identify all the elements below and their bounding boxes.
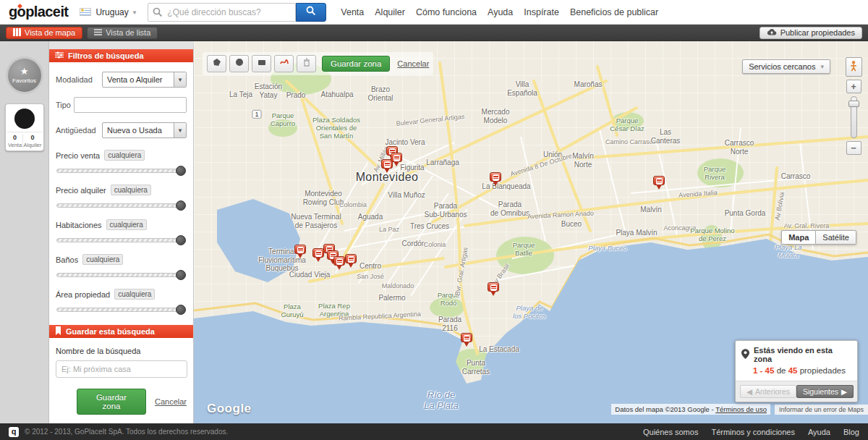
filter-value-chip: cualquiera bbox=[114, 289, 155, 300]
search-icon bbox=[306, 6, 316, 18]
building-icon bbox=[490, 172, 501, 182]
filter-slider-knob[interactable] bbox=[176, 235, 186, 245]
report-map-error-link[interactable]: Informar de un error de Maps bbox=[775, 405, 868, 415]
delete-zone-button[interactable] bbox=[297, 55, 316, 72]
property-marker[interactable] bbox=[653, 176, 666, 192]
rectangle-tool-button[interactable] bbox=[252, 55, 271, 72]
footer-link[interactable]: Blog bbox=[843, 428, 859, 436]
filter-group: Área propiedad cualquiera bbox=[56, 289, 187, 312]
property-marker[interactable] bbox=[490, 172, 503, 188]
map-grid-icon bbox=[13, 28, 21, 38]
nav-link[interactable]: Ayuda bbox=[488, 7, 513, 17]
nav-link[interactable]: Venta bbox=[341, 7, 364, 17]
save-search-header[interactable]: Guardar esta búsqueda bbox=[49, 325, 193, 338]
nav-link[interactable]: Cómo funciona bbox=[416, 7, 477, 17]
footer-link[interactable]: Ayuda bbox=[808, 428, 830, 436]
tipo-input[interactable] bbox=[74, 97, 187, 113]
search-input[interactable] bbox=[148, 3, 296, 22]
terms-of-use-link[interactable]: Términos de uso bbox=[715, 405, 767, 413]
cancel-link[interactable]: Cancelar bbox=[155, 397, 187, 406]
results-range: 1 - 45 bbox=[753, 366, 774, 375]
filter-group: Habitaciones cualquiera bbox=[56, 219, 187, 242]
nearby-services-dropdown[interactable]: Servicios cercanos ▾ bbox=[742, 59, 830, 74]
zoom-slider-knob[interactable] bbox=[848, 101, 859, 107]
country-selector[interactable]: Uruguay ▾ bbox=[80, 7, 136, 17]
filter-slider-track[interactable] bbox=[56, 169, 184, 173]
polygon-tool-icon bbox=[212, 57, 222, 70]
search-bar bbox=[148, 3, 326, 22]
search-name-input[interactable] bbox=[56, 360, 187, 378]
map-cancel-link[interactable]: Cancelar bbox=[397, 59, 429, 68]
publish-properties-button[interactable]: Publicar propiedades bbox=[760, 27, 862, 39]
filter-slider-track[interactable] bbox=[56, 238, 184, 242]
antiguedad-select[interactable]: Nueva o Usada bbox=[102, 122, 187, 138]
nav-link[interactable]: Inspírate bbox=[524, 7, 559, 17]
filter-slider-knob[interactable] bbox=[176, 305, 186, 315]
map-navigation-controls: + − bbox=[845, 57, 862, 155]
filter-slider-knob[interactable] bbox=[176, 166, 186, 176]
building-icon bbox=[294, 245, 306, 254]
filter-slider-track[interactable] bbox=[56, 273, 184, 277]
filter-label: Área propiedad bbox=[56, 290, 110, 299]
filter-slider-knob[interactable] bbox=[176, 200, 186, 211]
filter-group: Precio venta cualquiera bbox=[56, 150, 187, 173]
property-marker[interactable] bbox=[488, 282, 501, 298]
map-type-map-button[interactable]: Mapa bbox=[781, 230, 815, 245]
map-canvas[interactable]: La TejaEstaciónYatayPradoAtahualpaBrazoO… bbox=[194, 41, 868, 423]
venta-count-label: Venta bbox=[8, 142, 22, 148]
attribution-text: Datos del mapa ©2013 Google - Términos d… bbox=[611, 404, 770, 415]
logo[interactable]: goplaceit bbox=[9, 4, 68, 20]
freehand-tool-button[interactable] bbox=[274, 55, 294, 72]
header: goplaceit Uruguay ▾ VentaAlquilerCómo fu… bbox=[0, 0, 868, 25]
polygon-tool-button[interactable] bbox=[207, 55, 226, 72]
cloud-upload-icon bbox=[767, 28, 777, 37]
filters-header[interactable]: Filtros de búsqueda bbox=[49, 49, 193, 62]
next-page-button[interactable]: Siguientes ▶ bbox=[796, 385, 854, 398]
zoom-in-button[interactable]: + bbox=[846, 80, 861, 93]
footer-link[interactable]: Quiénes somos bbox=[643, 428, 698, 436]
property-marker[interactable] bbox=[461, 333, 474, 349]
zoom-slider[interactable] bbox=[851, 96, 857, 138]
nav-link[interactable]: Beneficios de publicar bbox=[570, 7, 658, 17]
zone-results-panel: Estás viendo en esta zona 1 - 45 de 45 p… bbox=[735, 340, 858, 402]
filter-value-chip: cualquiera bbox=[111, 185, 151, 195]
modalidad-row: Modalidad Venta o Alquiler bbox=[56, 72, 187, 88]
map-view-button[interactable]: Vista de mapa bbox=[6, 27, 82, 39]
chevron-down-icon: ▾ bbox=[820, 63, 824, 70]
publish-label: Publicar propiedades bbox=[780, 28, 855, 37]
building-icon bbox=[345, 254, 357, 263]
results-counter-card[interactable]: 0 Venta 0 Alquiler bbox=[5, 103, 44, 151]
zone-results-count: 1 - 45 de 45 propiedades bbox=[736, 365, 857, 381]
map-type-satellite-button[interactable]: Satélite bbox=[815, 230, 856, 245]
building-icon bbox=[312, 248, 324, 258]
filter-group: Precio alquiler cualquiera bbox=[56, 185, 187, 208]
search-button[interactable] bbox=[296, 3, 326, 22]
footer-links: Quiénes somosTérminos y condicionesAyuda… bbox=[643, 428, 859, 436]
property-marker[interactable] bbox=[294, 245, 307, 261]
filter-slider-track[interactable] bbox=[56, 203, 184, 208]
building-icon bbox=[653, 176, 665, 185]
map-type-switcher: Mapa Satélite bbox=[781, 230, 856, 245]
zoom-out-button[interactable]: − bbox=[846, 141, 861, 155]
zone-panel-header: Estás viendo en esta zona bbox=[736, 341, 857, 365]
circle-tool-button[interactable] bbox=[229, 55, 249, 72]
prev-arrow-icon: ◀ bbox=[746, 387, 752, 396]
property-marker[interactable] bbox=[391, 153, 404, 169]
filter-slider-track[interactable] bbox=[56, 308, 184, 312]
list-icon bbox=[94, 28, 102, 38]
pin-icon bbox=[741, 349, 749, 360]
footer-logo: q bbox=[9, 427, 19, 437]
list-view-button[interactable]: Vista de lista bbox=[87, 27, 158, 39]
cluster-icon bbox=[14, 109, 35, 129]
favorites-button[interactable]: ★ Favoritos bbox=[6, 56, 43, 94]
left-rail: ★ Favoritos 0 Venta 0 Alquiler bbox=[0, 41, 49, 423]
save-zone-button[interactable]: Guardar zona bbox=[77, 389, 146, 415]
pegman-control[interactable] bbox=[846, 57, 862, 77]
map-save-zone-button[interactable]: Guardar zona bbox=[322, 56, 390, 72]
property-marker[interactable] bbox=[345, 254, 358, 270]
footer-link[interactable]: Términos y condiciones bbox=[711, 428, 795, 436]
filter-slider-knob[interactable] bbox=[176, 270, 186, 280]
modalidad-select[interactable]: Venta o Alquiler bbox=[102, 72, 187, 88]
previous-page-button[interactable]: ◀ Anteriores bbox=[740, 385, 796, 398]
nav-link[interactable]: Alquiler bbox=[375, 7, 405, 17]
